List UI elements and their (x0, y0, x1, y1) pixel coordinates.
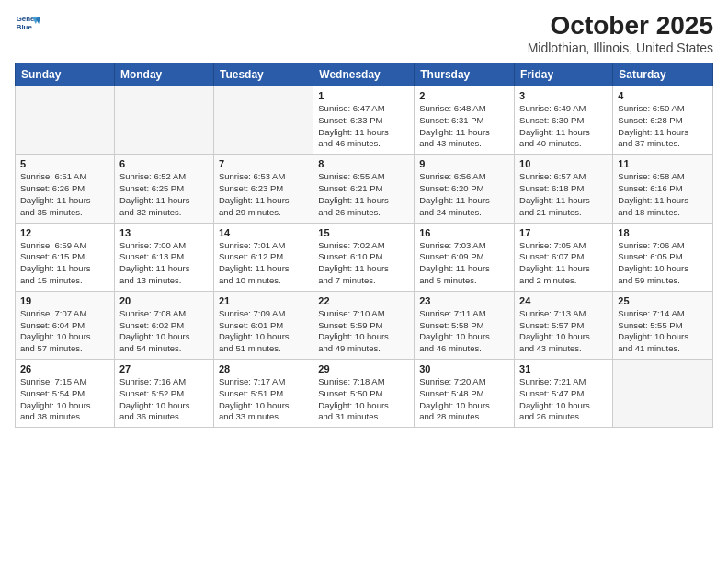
calendar-cell: 9Sunrise: 6:56 AM Sunset: 6:20 PM Daylig… (415, 155, 515, 223)
calendar-cell (114, 86, 213, 155)
calendar-cell: 4Sunrise: 6:50 AM Sunset: 6:28 PM Daylig… (613, 86, 713, 155)
day-number: 21 (219, 295, 308, 306)
page-subtitle: Midlothian, Illinois, United States (528, 40, 713, 55)
calendar-cell: 30Sunrise: 7:20 AM Sunset: 5:48 PM Dayli… (415, 360, 515, 428)
day-info: Sunrise: 7:03 AM Sunset: 6:09 PM Dayligh… (419, 240, 509, 287)
day-number: 1 (318, 90, 409, 101)
day-number: 25 (618, 295, 708, 306)
page-container: General Blue October 2025 Midlothian, Il… (0, 0, 728, 435)
day-info: Sunrise: 7:15 AM Sunset: 5:54 PM Dayligh… (20, 376, 109, 423)
day-number: 30 (419, 363, 509, 374)
day-number: 4 (618, 90, 708, 101)
day-number: 6 (119, 158, 209, 169)
day-info: Sunrise: 7:08 AM Sunset: 6:02 PM Dayligh… (119, 308, 209, 355)
calendar-cell: 23Sunrise: 7:11 AM Sunset: 5:58 PM Dayli… (415, 291, 515, 359)
col-sunday: Sunday (16, 63, 115, 86)
day-info: Sunrise: 6:57 AM Sunset: 6:18 PM Dayligh… (519, 171, 608, 218)
calendar-week-4: 19Sunrise: 7:07 AM Sunset: 6:04 PM Dayli… (16, 291, 713, 359)
day-number: 23 (419, 295, 509, 306)
calendar-cell: 27Sunrise: 7:16 AM Sunset: 5:52 PM Dayli… (114, 360, 213, 428)
day-number: 22 (318, 295, 409, 306)
day-info: Sunrise: 7:01 AM Sunset: 6:12 PM Dayligh… (219, 240, 308, 287)
day-number: 9 (419, 158, 509, 169)
calendar-cell: 14Sunrise: 7:01 AM Sunset: 6:12 PM Dayli… (213, 223, 313, 291)
calendar-cell: 1Sunrise: 6:47 AM Sunset: 6:33 PM Daylig… (313, 86, 415, 155)
calendar-cell: 5Sunrise: 6:51 AM Sunset: 6:26 PM Daylig… (16, 155, 115, 223)
day-info: Sunrise: 6:58 AM Sunset: 6:16 PM Dayligh… (618, 171, 708, 218)
day-number: 12 (20, 227, 109, 238)
day-info: Sunrise: 7:13 AM Sunset: 5:57 PM Dayligh… (519, 308, 608, 355)
day-number: 2 (419, 90, 509, 101)
day-number: 27 (119, 363, 209, 374)
title-block: October 2025 Midlothian, Illinois, Unite… (528, 11, 713, 55)
page-title: October 2025 (528, 11, 713, 40)
day-number: 8 (318, 158, 409, 169)
col-wednesday: Wednesday (313, 63, 415, 86)
calendar-cell: 17Sunrise: 7:05 AM Sunset: 6:07 PM Dayli… (515, 223, 613, 291)
calendar-cell: 13Sunrise: 7:00 AM Sunset: 6:13 PM Dayli… (114, 223, 213, 291)
day-info: Sunrise: 6:47 AM Sunset: 6:33 PM Dayligh… (318, 103, 409, 150)
calendar-table: Sunday Monday Tuesday Wednesday Thursday… (15, 63, 713, 428)
day-info: Sunrise: 6:53 AM Sunset: 6:23 PM Dayligh… (219, 171, 308, 218)
logo-icon: General Blue (15, 11, 40, 37)
day-number: 18 (618, 227, 708, 238)
calendar-cell: 10Sunrise: 6:57 AM Sunset: 6:18 PM Dayli… (515, 155, 613, 223)
day-info: Sunrise: 7:09 AM Sunset: 6:01 PM Dayligh… (219, 308, 308, 355)
day-number: 26 (20, 363, 109, 374)
col-monday: Monday (114, 63, 213, 86)
calendar-cell: 31Sunrise: 7:21 AM Sunset: 5:47 PM Dayli… (515, 360, 613, 428)
day-number: 19 (20, 295, 109, 306)
day-number: 20 (119, 295, 209, 306)
calendar-cell: 24Sunrise: 7:13 AM Sunset: 5:57 PM Dayli… (515, 291, 613, 359)
calendar-week-2: 5Sunrise: 6:51 AM Sunset: 6:26 PM Daylig… (16, 155, 713, 223)
calendar-cell: 20Sunrise: 7:08 AM Sunset: 6:02 PM Dayli… (114, 291, 213, 359)
calendar-week-3: 12Sunrise: 6:59 AM Sunset: 6:15 PM Dayli… (16, 223, 713, 291)
calendar-cell: 29Sunrise: 7:18 AM Sunset: 5:50 PM Dayli… (313, 360, 415, 428)
day-number: 5 (20, 158, 109, 169)
day-info: Sunrise: 7:06 AM Sunset: 6:05 PM Dayligh… (618, 240, 708, 287)
day-info: Sunrise: 7:07 AM Sunset: 6:04 PM Dayligh… (20, 308, 109, 355)
day-info: Sunrise: 6:56 AM Sunset: 6:20 PM Dayligh… (419, 171, 509, 218)
day-number: 14 (219, 227, 308, 238)
calendar-cell: 2Sunrise: 6:48 AM Sunset: 6:31 PM Daylig… (415, 86, 515, 155)
day-info: Sunrise: 6:49 AM Sunset: 6:30 PM Dayligh… (519, 103, 608, 150)
calendar-cell: 3Sunrise: 6:49 AM Sunset: 6:30 PM Daylig… (515, 86, 613, 155)
calendar-cell: 25Sunrise: 7:14 AM Sunset: 5:55 PM Dayli… (613, 291, 713, 359)
calendar-cell: 8Sunrise: 6:55 AM Sunset: 6:21 PM Daylig… (313, 155, 415, 223)
day-number: 29 (318, 363, 409, 374)
day-info: Sunrise: 7:02 AM Sunset: 6:10 PM Dayligh… (318, 240, 409, 287)
day-info: Sunrise: 7:17 AM Sunset: 5:51 PM Dayligh… (219, 376, 308, 423)
day-number: 28 (219, 363, 308, 374)
col-friday: Friday (515, 63, 613, 86)
calendar-week-1: 1Sunrise: 6:47 AM Sunset: 6:33 PM Daylig… (16, 86, 713, 155)
calendar-cell: 16Sunrise: 7:03 AM Sunset: 6:09 PM Dayli… (415, 223, 515, 291)
calendar-cell: 21Sunrise: 7:09 AM Sunset: 6:01 PM Dayli… (213, 291, 313, 359)
calendar-cell: 6Sunrise: 6:52 AM Sunset: 6:25 PM Daylig… (114, 155, 213, 223)
calendar-cell: 11Sunrise: 6:58 AM Sunset: 6:16 PM Dayli… (613, 155, 713, 223)
day-number: 13 (119, 227, 209, 238)
day-info: Sunrise: 7:20 AM Sunset: 5:48 PM Dayligh… (419, 376, 509, 423)
calendar-week-5: 26Sunrise: 7:15 AM Sunset: 5:54 PM Dayli… (16, 360, 713, 428)
header: General Blue October 2025 Midlothian, Il… (15, 11, 713, 55)
day-number: 17 (519, 227, 608, 238)
calendar-cell: 19Sunrise: 7:07 AM Sunset: 6:04 PM Dayli… (16, 291, 115, 359)
calendar-cell: 22Sunrise: 7:10 AM Sunset: 5:59 PM Dayli… (313, 291, 415, 359)
day-info: Sunrise: 7:00 AM Sunset: 6:13 PM Dayligh… (119, 240, 209, 287)
day-info: Sunrise: 6:48 AM Sunset: 6:31 PM Dayligh… (419, 103, 509, 150)
day-info: Sunrise: 7:11 AM Sunset: 5:58 PM Dayligh… (419, 308, 509, 355)
day-info: Sunrise: 7:18 AM Sunset: 5:50 PM Dayligh… (318, 376, 409, 423)
day-number: 16 (419, 227, 509, 238)
calendar-cell: 26Sunrise: 7:15 AM Sunset: 5:54 PM Dayli… (16, 360, 115, 428)
day-number: 11 (618, 158, 708, 169)
col-saturday: Saturday (613, 63, 713, 86)
calendar-header-row: Sunday Monday Tuesday Wednesday Thursday… (16, 63, 713, 86)
day-number: 31 (519, 363, 608, 374)
calendar-cell (613, 360, 713, 428)
logo: General Blue (15, 11, 40, 37)
day-info: Sunrise: 7:10 AM Sunset: 5:59 PM Dayligh… (318, 308, 409, 355)
day-info: Sunrise: 7:14 AM Sunset: 5:55 PM Dayligh… (618, 308, 708, 355)
day-info: Sunrise: 6:50 AM Sunset: 6:28 PM Dayligh… (618, 103, 708, 150)
col-thursday: Thursday (415, 63, 515, 86)
day-info: Sunrise: 6:51 AM Sunset: 6:26 PM Dayligh… (20, 171, 109, 218)
day-number: 24 (519, 295, 608, 306)
